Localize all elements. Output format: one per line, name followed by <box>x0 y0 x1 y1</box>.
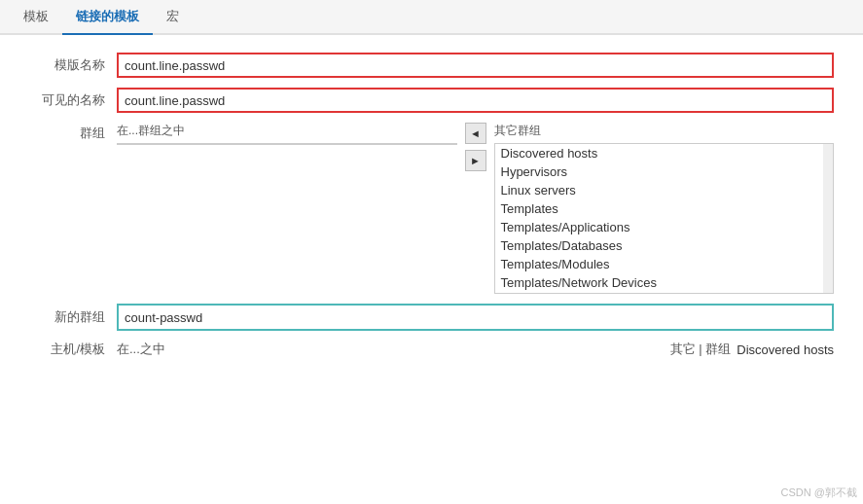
list-item[interactable]: Templates/Databases <box>495 236 822 255</box>
groups-other-listbox[interactable]: Discovered hostsHypervisorsLinux servers… <box>494 143 835 294</box>
tab-macro[interactable]: 宏 <box>153 0 193 35</box>
groups-in-listbox[interactable] <box>117 143 457 145</box>
groups-section: 群组 在...群组之中 ◄ ► <box>29 123 834 294</box>
groups-other-sublabel: 其它群组 <box>494 123 835 139</box>
list-item[interactable]: Templates <box>495 199 822 218</box>
list-item[interactable]: Templates/Network Devices <box>495 273 822 292</box>
watermark: CSDN @郭不截 <box>781 486 857 500</box>
list-item[interactable]: Templates/Modules <box>495 255 822 273</box>
arrow-right-button[interactable]: ► <box>465 150 486 171</box>
tab-template[interactable]: 模板 <box>10 0 62 35</box>
arrow-left-button[interactable]: ◄ <box>465 123 486 144</box>
host-template-label: 主机/模板 <box>29 341 117 358</box>
template-name-label: 模版名称 <box>29 56 117 74</box>
list-item[interactable]: Templates/Applications <box>495 218 822 236</box>
tabs-bar: 模板 链接的模板 宏 <box>0 0 863 35</box>
visible-name-label: 可见的名称 <box>29 91 117 109</box>
host-in-label: 在...之中 <box>117 341 165 358</box>
visible-name-input[interactable] <box>117 88 834 113</box>
host-other-label: 其它 | 群组 <box>670 341 732 358</box>
list-item[interactable]: Discovered hosts <box>495 144 822 162</box>
new-group-row: 新的群组 <box>29 304 834 331</box>
groups-in-sublabel: 在...群组之中 <box>117 123 457 139</box>
list-item[interactable]: Hypervisors <box>495 162 822 181</box>
visible-name-row: 可见的名称 <box>29 88 834 113</box>
template-name-row: 模版名称 <box>29 53 834 78</box>
new-group-label: 新的群组 <box>29 308 117 326</box>
groups-arrows: ◄ ► <box>457 123 494 171</box>
host-other-value: Discovered hosts <box>737 342 834 357</box>
list-item[interactable]: Linux servers <box>495 181 822 199</box>
new-group-input[interactable] <box>117 304 834 331</box>
template-name-input[interactable] <box>117 53 834 78</box>
groups-label: 群组 <box>29 123 117 142</box>
host-template-row: 主机/模板 在...之中 其它 | 群组 Discovered hosts <box>29 341 834 358</box>
list-item[interactable]: Templates/Operating Systems <box>495 292 822 293</box>
tab-linked[interactable]: 链接的模板 <box>62 0 153 35</box>
